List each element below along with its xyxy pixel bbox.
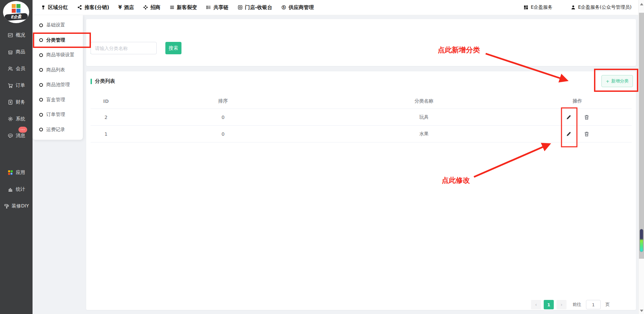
- table-header-row: ID 排序 分类名称 操作: [91, 94, 632, 109]
- edit-pencil-icon: [566, 131, 572, 137]
- apps-grid-icon: [523, 5, 529, 10]
- plus-icon: +: [606, 79, 609, 84]
- member-icon: [7, 66, 13, 72]
- pagination: ‹ 1 › 前往 页: [531, 300, 610, 309]
- sidebar-item-label: 商品: [16, 49, 25, 55]
- col-header-name: 分类名称: [325, 98, 523, 104]
- page-unit-label: 页: [605, 302, 610, 308]
- cell-sort: 0: [121, 115, 325, 120]
- topnav-region-dividend[interactable]: 区域分红: [41, 4, 68, 11]
- sidebar-spacer: [0, 144, 33, 164]
- message-badge: ...: [18, 127, 27, 133]
- topnav-investment[interactable]: 招商: [143, 4, 160, 11]
- category-list-card: 分类列表 + 新增分类 ID 排序 分类名称 操作 2 0 玩具 1 0 水果: [86, 71, 636, 310]
- submenu-label: 商品列表: [46, 67, 65, 73]
- topnav-label: 酒店: [124, 4, 134, 11]
- col-header-sort: 排序: [121, 98, 325, 104]
- investment-icon: [143, 5, 148, 10]
- topnav-share-chain[interactable]: 共享链: [206, 4, 228, 11]
- system-icon: [7, 116, 13, 122]
- submenu-item-basic-settings[interactable]: 基础设置: [33, 18, 83, 33]
- circle-bullet-icon: [39, 113, 43, 117]
- submenu-label: 商品等级设置: [46, 52, 74, 58]
- delete-button[interactable]: [583, 130, 590, 138]
- sidebar-item-label: 装修DIY: [12, 203, 29, 209]
- topnav-hotel[interactable]: ¥ 酒店: [118, 4, 134, 11]
- submenu-item-category-management[interactable]: 分类管理: [33, 33, 83, 48]
- supplier-icon: S: [281, 5, 286, 10]
- trash-icon: [584, 114, 590, 120]
- submenu-label: 基础设置: [46, 22, 65, 28]
- list-card-title-text: 分类列表: [95, 78, 115, 84]
- circle-bullet-icon: [39, 23, 43, 27]
- add-category-label: 新增分类: [611, 78, 629, 84]
- category-search-card: 分类管理 搜索: [86, 19, 636, 66]
- sidebar-item-label: 概况: [16, 32, 25, 38]
- goto-page-input[interactable]: [586, 300, 601, 309]
- cell-name: 水果: [325, 131, 523, 137]
- sidebar-item-stats[interactable]: 统计: [0, 181, 33, 198]
- next-page-button[interactable]: ›: [556, 300, 567, 309]
- goto-label: 前往: [573, 302, 581, 308]
- topnav-label: 门店-收银台: [245, 4, 272, 11]
- order-icon: [7, 82, 13, 88]
- circle-bullet-icon: [39, 38, 43, 42]
- app-logo[interactable]: E企盈: [0, 0, 33, 27]
- sidebar-item-order[interactable]: 订单: [0, 77, 33, 94]
- sidebar-item-member[interactable]: 会员: [0, 60, 33, 77]
- topright-service-label: E企盈服务: [531, 4, 552, 10]
- logo-text: E企盈: [4, 13, 28, 21]
- trash-icon: [584, 131, 590, 137]
- cell-name: 玩具: [325, 114, 523, 120]
- search-button[interactable]: 搜索: [165, 42, 181, 54]
- topnav-label: 供应商管理: [288, 4, 314, 11]
- topright-account[interactable]: E企盈服务(公众号管理员): [571, 4, 632, 10]
- topnav-fission[interactable]: 新客裂变: [169, 4, 197, 11]
- apps-icon: [7, 170, 13, 176]
- sidebar-item-overview[interactable]: 概况: [0, 27, 33, 44]
- sidebar-item-finance[interactable]: 财务: [0, 94, 33, 111]
- submenu-label: 运费记录: [46, 127, 65, 133]
- cell-id: 2: [91, 115, 121, 120]
- fission-menu-icon: [169, 5, 175, 10]
- submenu-item-goods-level[interactable]: 商品等级设置: [33, 48, 83, 63]
- delete-button[interactable]: [583, 114, 590, 121]
- submenu-item-freight-record[interactable]: 运费记录: [33, 122, 83, 137]
- topright-service[interactable]: E企盈服务: [523, 4, 552, 10]
- sidebar-item-label: 系统: [16, 116, 25, 122]
- add-category-button[interactable]: + 新增分类: [601, 75, 633, 87]
- edit-button[interactable]: [565, 114, 572, 121]
- edit-button[interactable]: [565, 130, 572, 138]
- cell-sort: 0: [121, 131, 325, 137]
- topright-account-label: E企盈服务(公众号管理员): [578, 4, 632, 10]
- sidebar-item-apps[interactable]: 应用: [0, 164, 33, 181]
- topnav-store-cashier[interactable]: 门店-收银台: [237, 4, 272, 11]
- submenu-item-goods-list[interactable]: 商品列表: [33, 63, 83, 78]
- goods-submenu: 基础设置 分类管理 商品等级设置 商品列表 商品池管理 盲盒管理 订单管理 运费…: [33, 15, 83, 140]
- sidebar-item-label: 会员: [16, 66, 25, 72]
- category-name-input[interactable]: [91, 42, 157, 54]
- scroll-down-icon[interactable]: [640, 310, 643, 312]
- col-header-actions: 操作: [523, 98, 632, 104]
- sidebar-item-goods[interactable]: 商品: [0, 44, 33, 60]
- scroll-up-icon[interactable]: [640, 3, 643, 5]
- sidebar-item-system[interactable]: 系统: [0, 111, 33, 127]
- sidebar-item-label: 统计: [16, 186, 25, 192]
- topnav-distribution[interactable]: 推客(分销): [77, 4, 109, 11]
- svg-text:S: S: [283, 6, 285, 9]
- sidebar-item-message[interactable]: 消息: [0, 127, 33, 144]
- current-page-button[interactable]: 1: [544, 300, 554, 309]
- scrollbar-thumb[interactable]: [639, 13, 644, 259]
- sidebar-item-diy[interactable]: 装修DIY: [0, 198, 33, 214]
- submenu-item-blind-box[interactable]: 盲盒管理: [33, 92, 83, 108]
- logo-oval: E企盈: [3, 1, 29, 23]
- submenu-item-order-management[interactable]: 订单管理: [33, 107, 83, 122]
- submenu-item-goods-pool[interactable]: 商品池管理: [33, 77, 83, 92]
- topnav-supplier[interactable]: S 供应商管理: [281, 4, 314, 11]
- submenu-label: 盲盒管理: [46, 97, 65, 103]
- prev-page-button[interactable]: ‹: [531, 300, 541, 309]
- cell-id: 1: [91, 131, 121, 137]
- distribution-share-icon: [77, 5, 83, 10]
- logo-grid-icon: [12, 4, 20, 13]
- vertical-scrollbar[interactable]: [638, 0, 644, 314]
